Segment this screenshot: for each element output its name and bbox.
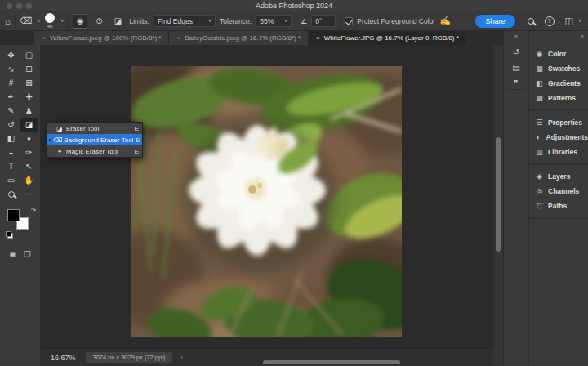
clone-stamp-tool-icon[interactable]: ♟	[20, 104, 38, 118]
marquee-tool-icon[interactable]: ▢	[20, 48, 38, 62]
sampling-continuous-button[interactable]: ◉	[73, 14, 87, 29]
background-eraser-tool-icon: ⌫	[53, 136, 61, 144]
magic-eraser-tool-icon: ✦	[56, 148, 64, 155]
crop-tool-icon[interactable]: #	[2, 76, 20, 90]
limits-dropdown[interactable]: Find Edges ˅	[154, 15, 216, 27]
rectangle-tool-icon[interactable]: ▭	[2, 173, 20, 187]
panel-group-layers: ◈ Layers ◎ Channels ➰ Paths	[529, 165, 588, 219]
brush-tool-icon[interactable]: ✎	[2, 104, 20, 118]
comments-panel-icon[interactable]: ❞	[514, 78, 518, 87]
type-tool-icon[interactable]: T	[2, 159, 20, 173]
vertical-scrollbar[interactable]	[492, 45, 503, 348]
panel-tab-paths[interactable]: ➰ Paths	[529, 199, 588, 213]
menu-item-magic-eraser-tool[interactable]: ✦ Magic Eraser Tool E	[47, 145, 142, 157]
collapse-panels-icon[interactable]: «	[504, 31, 528, 42]
quick-mask-icon[interactable]: ▣	[9, 250, 16, 258]
canvas-area[interactable]	[41, 45, 492, 348]
hand-tool-icon[interactable]: ✋	[20, 173, 38, 187]
tab-yellowflower[interactable]: × YellowFlower.jpeg @ 100% (RGB/8*) *	[34, 31, 168, 45]
chevron-down-icon[interactable]: ˅	[37, 18, 40, 24]
briefcase-panel-icon[interactable]: ▤	[512, 63, 519, 72]
brush-preset-picker[interactable]: 46	[45, 13, 55, 29]
gradient-tool-icon[interactable]: ◧	[2, 132, 20, 145]
panel-tab-channels[interactable]: ◎ Channels	[529, 184, 588, 199]
chevron-down-icon[interactable]: ˅	[60, 18, 64, 24]
panel-tab-adjustments[interactable]: ◐ Adjustments	[529, 130, 588, 145]
tablet-pressure-icon[interactable]: ✍	[439, 16, 451, 26]
chevron-down-icon[interactable]: ˅	[578, 18, 581, 24]
collapse-dock-icon[interactable]: «	[529, 31, 588, 42]
shortcut-key: E	[136, 136, 140, 144]
panel-dock: « ◉ Color ▦ Swatches ◧ Gradients ▩ Patte…	[528, 31, 588, 366]
scrollbar-corner	[492, 348, 503, 366]
zoom-tool-icon[interactable]	[2, 187, 20, 201]
magnifier-glyph	[8, 191, 15, 198]
path-selection-tool-icon[interactable]: ↖	[20, 159, 38, 173]
protect-foreground-checkbox[interactable]	[345, 17, 353, 25]
panel-tab-properties[interactable]: ☰ Properties	[529, 115, 588, 130]
tolerance-dropdown[interactable]: 55% ˅	[256, 15, 292, 27]
workspace-icon[interactable]: ◫	[565, 16, 573, 26]
current-tool-bullet: ▪	[49, 137, 51, 142]
home-icon[interactable]: ⌂	[5, 16, 11, 26]
close-icon[interactable]: ×	[316, 34, 320, 42]
pen-tool-icon[interactable]: ✑	[20, 145, 38, 159]
menu-item-eraser-tool[interactable]: ◪ Eraser Tool E	[47, 123, 142, 134]
default-colors-icon[interactable]	[6, 231, 13, 239]
dodge-tool-icon[interactable]: ◒	[2, 145, 20, 159]
horizontal-scrollbar-thumb[interactable]	[263, 360, 400, 364]
edit-toolbar-icon[interactable]: ⋯	[20, 187, 38, 201]
document-image[interactable]	[131, 66, 402, 337]
history-panel-icon[interactable]: ↺	[513, 47, 519, 56]
brush-preview-icon	[45, 13, 55, 23]
options-bar: ⌂ ⌫ ˅ 46 ˅ ◉ ⊙ ◪ Limits: Find Edges ˅ To…	[0, 11, 588, 31]
eyedropper-tool-icon[interactable]: ✒	[2, 90, 20, 104]
panel-tab-libraries[interactable]: ▥ Libraries	[529, 145, 588, 159]
angle-icon: ∠	[301, 17, 307, 25]
tab-baileyoutside[interactable]: × BaileyOutside.jpeg @ 16.7% (RGB/8*) *	[169, 31, 308, 45]
document-tab-bar: × YellowFlower.jpeg @ 100% (RGB/8*) * × …	[0, 31, 503, 45]
blur-tool-icon[interactable]: ●	[20, 132, 38, 145]
close-icon[interactable]: ×	[42, 34, 46, 42]
panel-tab-layers[interactable]: ◈ Layers	[529, 169, 588, 184]
separator	[340, 15, 341, 28]
background-eraser-tool-icon[interactable]: ◪	[20, 118, 38, 132]
search-icon[interactable]	[528, 18, 534, 25]
menu-item-background-eraser-tool[interactable]: ▪ ⌫ Background Eraser Tool E	[47, 134, 142, 145]
vertical-scrollbar-thumb[interactable]	[496, 137, 501, 252]
zoom-level-field[interactable]: 16.67%	[51, 354, 76, 362]
white-flower-photo	[131, 66, 402, 337]
screen-mode-icon[interactable]: ❐	[24, 250, 31, 258]
tab-whiteflower[interactable]: × WhiteFlower.JPG @ 16.7% (Layer 0, RGB/…	[309, 31, 466, 45]
panel-tab-swatches[interactable]: ▦ Swatches	[529, 61, 588, 76]
status-chevron-icon[interactable]: ›	[180, 354, 183, 361]
foreground-color-swatch[interactable]	[7, 209, 20, 221]
tolerance-label: Tolerance:	[220, 17, 252, 25]
lasso-tool-icon[interactable]: ∿	[2, 62, 20, 76]
divider	[507, 89, 526, 90]
layers-icon: ◈	[535, 172, 544, 181]
panel-tab-gradients[interactable]: ◧ Gradients	[529, 76, 588, 91]
sampling-once-button[interactable]: ⊙	[91, 14, 106, 29]
panel-tab-patterns[interactable]: ▩ Patterns	[529, 91, 588, 105]
panel-group-color: ◉ Color ▦ Swatches ◧ Gradients ▩ Pattern…	[529, 42, 588, 111]
eraser-tool-flyout-menu: ◪ Eraser Tool E ▪ ⌫ Background Eraser To…	[47, 122, 143, 158]
sampling-background-swatch-button[interactable]: ◪	[110, 14, 125, 29]
move-tool-icon[interactable]: ✥	[2, 48, 20, 62]
share-button[interactable]: Share	[475, 15, 514, 28]
separator	[68, 15, 69, 28]
sampling-background-icon: ◪	[114, 16, 122, 25]
tool-preset-icon[interactable]: ⌫	[20, 16, 33, 26]
protect-foreground-label: Protect Foreground Color	[357, 17, 435, 25]
channels-icon: ◎	[535, 187, 544, 195]
history-brush-tool-icon[interactable]: ↺	[2, 118, 20, 132]
help-icon[interactable]: ?	[545, 16, 555, 26]
angle-input[interactable]: 0°	[311, 15, 336, 27]
object-selection-tool-icon[interactable]: ⊡	[20, 62, 38, 76]
frame-tool-icon[interactable]: ⊠	[20, 76, 38, 90]
panel-tab-color[interactable]: ◉ Color	[529, 47, 588, 61]
healing-brush-tool-icon[interactable]: ✚	[20, 90, 38, 104]
close-icon[interactable]: ×	[176, 34, 180, 42]
swap-colors-icon[interactable]: ↷	[31, 207, 37, 214]
sampling-continuous-icon: ◉	[77, 16, 84, 25]
